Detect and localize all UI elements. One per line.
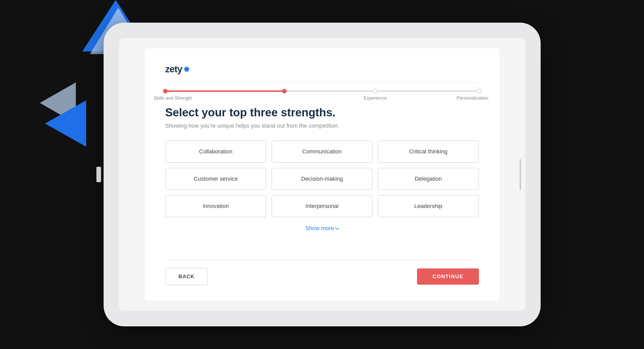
skill-leadership[interactable]: Leadership xyxy=(378,195,479,217)
logo-text: zety xyxy=(165,64,182,75)
progress-section: Skills and Strength Experience Personali… xyxy=(165,90,479,95)
shape-triangle-left-blue xyxy=(45,100,86,147)
skill-innovation[interactable]: Innovation xyxy=(165,195,266,217)
skill-delegation[interactable]: Delegation xyxy=(378,168,479,190)
sub-heading: Showing how you're unique helps you stan… xyxy=(165,123,479,129)
shape-triangle-left-light xyxy=(40,82,76,124)
progress-step-3-dot xyxy=(373,89,378,93)
progress-step-4-dot xyxy=(477,89,481,93)
scrollbar[interactable] xyxy=(520,159,521,190)
skill-communication[interactable]: Communication xyxy=(271,141,373,163)
progress-label-skills: Skills and Strength xyxy=(153,95,192,101)
top-divider xyxy=(165,82,479,83)
show-more-button[interactable]: Show more xyxy=(305,225,339,232)
tablet-screen: zety Skills and Strength Experie xyxy=(119,38,525,311)
show-more-label: Show more xyxy=(305,225,334,232)
action-row: BACK CONTINUE xyxy=(165,268,479,285)
skills-grid: Collaboration Communication Critical thi… xyxy=(165,141,479,217)
content-card: zety Skills and Strength Experie xyxy=(145,48,500,301)
progress-step-1-dot xyxy=(163,89,168,93)
svg-marker-0 xyxy=(184,66,189,72)
skill-decision-making[interactable]: Decision-making xyxy=(271,168,373,190)
chevron-down-icon xyxy=(335,225,339,230)
logo-area: zety xyxy=(165,64,479,75)
back-button[interactable]: BACK xyxy=(165,268,208,285)
show-more-area: Show more xyxy=(165,225,479,232)
skill-customer-service[interactable]: Customer service xyxy=(165,168,266,190)
bottom-divider xyxy=(165,260,479,260)
skill-collaboration[interactable]: Collaboration xyxy=(165,141,266,163)
progress-label-experience: Experience xyxy=(364,95,387,101)
continue-button[interactable]: CONTINUE xyxy=(417,268,479,285)
progress-fill xyxy=(165,90,285,92)
progress-track xyxy=(165,90,479,92)
main-heading: Select your top three strengths. xyxy=(165,106,479,119)
tablet-home-button[interactable] xyxy=(96,167,101,182)
skill-interpersonal[interactable]: Interpersonal xyxy=(271,195,373,217)
progress-step-2-dot xyxy=(282,89,287,93)
skill-critical-thinking[interactable]: Critical thinking xyxy=(378,141,479,163)
tablet-device: zety Skills and Strength Experie xyxy=(104,23,541,326)
progress-label-personalization: Personalization xyxy=(457,95,488,101)
logo-icon xyxy=(183,66,190,73)
